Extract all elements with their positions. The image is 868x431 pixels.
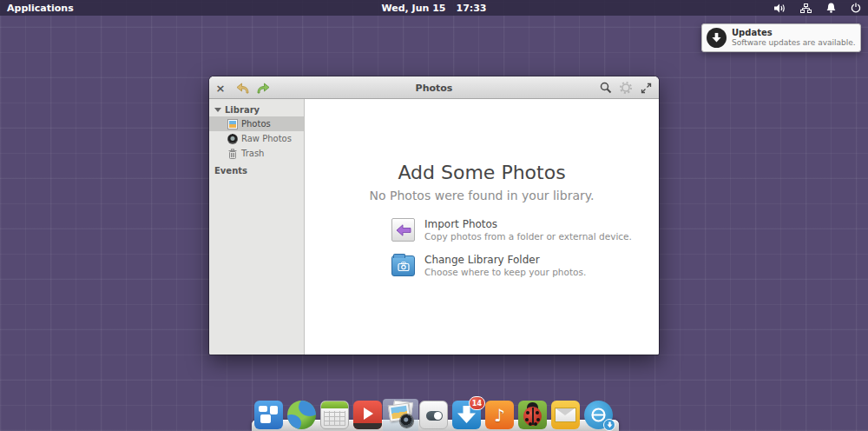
notification-text: Updates Software updates are available. — [732, 28, 856, 48]
photos-mini-icon — [227, 119, 238, 129]
library-folder-icon — [391, 255, 415, 276]
events-header-label: Events — [214, 166, 247, 176]
dock-item-calendar[interactable] — [320, 401, 349, 429]
search-icon[interactable] — [596, 76, 615, 99]
sidebar-item-label: Photos — [241, 119, 271, 129]
dock-item-web-browser[interactable] — [287, 401, 316, 429]
action-text: Import Photos Copy photos from a folder … — [424, 218, 632, 242]
volume-icon[interactable] — [774, 3, 786, 13]
calendar-icon — [320, 401, 349, 429]
gear-icon[interactable] — [616, 76, 635, 99]
web-browser-icon — [287, 401, 316, 429]
titlebar[interactable]: × Photos — [209, 76, 659, 99]
fullscreen-icon[interactable] — [636, 76, 655, 99]
desktop: Applications Wed, Jun 15 17:33 — [0, 0, 868, 431]
panel-time: 17:33 — [456, 3, 486, 14]
photos-app-icon — [386, 401, 415, 429]
action-label: Import Photos — [424, 218, 632, 231]
main-content: Add Some Photos No Photos were found in … — [305, 99, 659, 355]
window-title: Photos — [209, 76, 659, 99]
action-description: Copy photos from a folder or external de… — [424, 231, 632, 242]
sidebar-item-trash[interactable]: Trash — [209, 146, 304, 161]
mail-icon — [551, 401, 580, 429]
sidebar-header-library[interactable]: Library — [209, 103, 304, 116]
raw-photos-mini-icon — [227, 134, 238, 144]
empty-state-subtitle: No Photos were found in your library. — [305, 189, 659, 202]
action-text: Change Library Folder Choose where to ke… — [424, 254, 586, 278]
empty-state-actions: Import Photos Copy photos from a folder … — [391, 218, 659, 278]
panel-indicators — [774, 0, 861, 16]
system-settings-icon — [419, 401, 448, 429]
photos-window: × Photos — [209, 76, 659, 355]
sidebar-item-photos[interactable]: Photos — [209, 116, 304, 131]
dock-item-system-settings[interactable] — [419, 401, 448, 429]
redo-icon[interactable] — [254, 76, 272, 99]
updates-count-badge: 14 — [469, 396, 485, 410]
dock-item-videos[interactable] — [353, 401, 382, 429]
dock-item-appcenter-updates[interactable]: 14 — [452, 401, 481, 429]
videos-icon — [353, 401, 382, 429]
sidebar-item-raw-photos[interactable]: Raw Photos — [209, 131, 304, 146]
ladybug-icon — [518, 401, 547, 429]
network-icon[interactable] — [800, 3, 812, 13]
dock-item-multitasking-view[interactable] — [254, 401, 283, 429]
dock-item-mail[interactable] — [551, 401, 580, 429]
change-library-folder-action[interactable]: Change Library Folder Choose where to ke… — [391, 254, 659, 278]
update-notification[interactable]: Updates Software updates are available. — [701, 23, 861, 52]
trash-mini-icon — [227, 149, 238, 159]
expander-icon[interactable] — [214, 108, 221, 112]
close-button[interactable]: × — [213, 76, 228, 99]
undo-icon[interactable] — [233, 76, 251, 99]
dock-item-photos[interactable] — [386, 401, 415, 429]
notification-title: Updates — [732, 28, 856, 38]
multitasking-view-icon — [254, 401, 283, 429]
download-sub-badge — [603, 419, 615, 431]
top-panel: Applications Wed, Jun 15 17:33 — [0, 0, 868, 16]
datetime-indicator[interactable]: Wed, Jun 15 17:33 — [0, 0, 868, 16]
action-description: Choose where to keep your photos. — [424, 267, 586, 278]
software-update-download-icon — [707, 28, 727, 48]
dock-item-music[interactable]: ♪ — [485, 401, 514, 429]
action-label: Change Library Folder — [424, 254, 586, 267]
notification-body: Software updates are available. — [732, 38, 856, 48]
music-note-glyph: ♪ — [494, 407, 505, 424]
sidebar-header-events[interactable]: Events — [209, 163, 304, 177]
empty-state-title: Add Some Photos — [305, 162, 659, 183]
import-photos-action[interactable]: Import Photos Copy photos from a folder … — [391, 218, 659, 242]
sidebar: Library Photos Raw Photos — [209, 99, 305, 355]
dock-items: 14 ♪ — [254, 401, 613, 429]
dock-item-os-installer[interactable] — [584, 401, 613, 429]
panel-date: Wed, Jun 15 — [382, 3, 446, 14]
notifications-bell-icon[interactable] — [826, 3, 836, 13]
import-photos-icon — [391, 218, 415, 242]
dock-item-bug-reporter[interactable] — [518, 401, 547, 429]
library-header-label: Library — [225, 105, 260, 115]
sidebar-item-label: Raw Photos — [241, 134, 292, 143]
music-icon: ♪ — [485, 401, 514, 429]
sidebar-item-label: Trash — [241, 149, 264, 158]
power-icon[interactable] — [851, 3, 861, 13]
